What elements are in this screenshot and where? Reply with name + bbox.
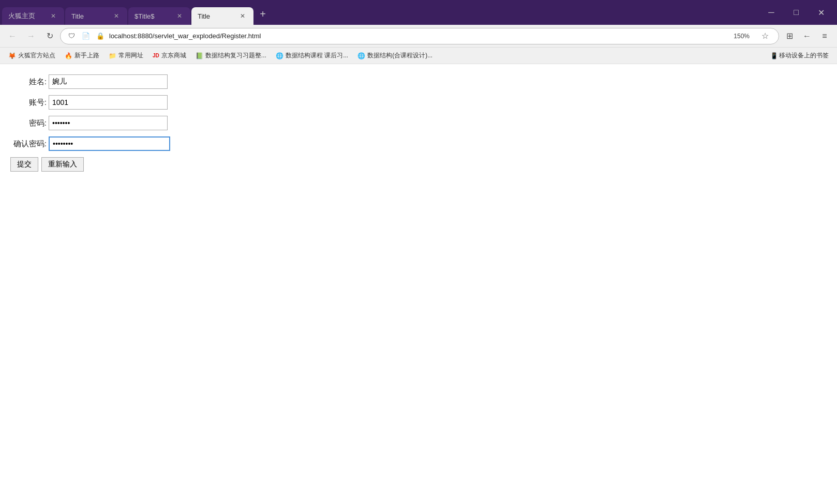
bookmark-icon-7: 🌐: [357, 52, 365, 59]
password-input[interactable]: [49, 116, 168, 130]
bookmark-icon-3: 📁: [109, 52, 116, 59]
bookmark-common-sites[interactable]: 📁 常用网址: [104, 50, 147, 62]
minimize-button[interactable]: ─: [759, 4, 783, 21]
tab-close-3[interactable]: ✕: [175, 11, 184, 21]
window-controls: ─ □ ✕: [755, 0, 837, 25]
bookmark-icon-6: 🌐: [276, 52, 283, 59]
name-row: 姓名:: [10, 74, 827, 89]
tab-label-2: Title: [71, 12, 109, 20]
navigation-bar: ← → ↻ 🛡 📄 🔒 150% ☆ ⊞ ← ≡: [0, 25, 837, 48]
close-button[interactable]: ✕: [809, 4, 833, 21]
shield-icon: 🛡: [66, 30, 77, 42]
address-bar-container[interactable]: 🛡 📄 🔒 150% ☆: [60, 28, 779, 44]
zoom-level[interactable]: 150%: [729, 32, 754, 41]
tab-close-4[interactable]: ✕: [238, 11, 247, 21]
password-row: 密码:: [10, 116, 827, 130]
title-bar: 火狐主页 ✕ Title ✕ $Title$ ✕ Title ✕ + ─: [0, 0, 837, 25]
submit-button[interactable]: 提交: [10, 157, 38, 172]
tab-label-3: $Title$: [134, 12, 172, 20]
bookmark-label-5: 数据结构复习习题整...: [205, 51, 266, 60]
bookmark-label-3: 常用网址: [118, 51, 143, 60]
bookmark-icon-4: JD: [153, 53, 159, 58]
tab-label-1: 火狐主页: [8, 11, 46, 21]
tab-firefox-home[interactable]: 火狐主页 ✕: [2, 7, 64, 25]
confirm-password-row: 确认密码:: [10, 136, 827, 151]
reset-button[interactable]: 重新输入: [41, 157, 84, 172]
page-content: 姓名: 账号: 密码: 确认密码: 提交 重新输入: [0, 64, 837, 504]
bookmark-jd[interactable]: JD 京东商城: [148, 50, 190, 62]
confirm-password-input[interactable]: [49, 136, 170, 151]
register-form: 姓名: 账号: 密码: 确认密码: 提交 重新输入: [10, 74, 827, 172]
bookmark-ds-review[interactable]: 📗 数据结构复习习题整...: [191, 50, 271, 62]
button-row: 提交 重新输入: [10, 157, 827, 172]
confirm-label: 确认密码:: [10, 139, 47, 149]
nav-right-icons: ⊞ ← ≡: [781, 28, 833, 44]
tab-title-2[interactable]: Title ✕: [65, 7, 127, 25]
bookmark-label-2: 新手上路: [74, 51, 99, 60]
new-tab-button[interactable]: +: [255, 6, 271, 22]
tab-title-active[interactable]: Title ✕: [191, 7, 253, 25]
document-icon: 📄: [80, 30, 92, 42]
back-button[interactable]: ←: [4, 28, 21, 44]
browser-window: 火狐主页 ✕ Title ✕ $Title$ ✕ Title ✕ + ─: [0, 0, 837, 504]
bookmarks-bar: 🦊 火狐官方站点 🔥 新手上路 📁 常用网址 JD 京东商城 📗 数据结构复习习…: [0, 48, 837, 64]
bookmark-label-6: 数据结构课程 课后习...: [286, 51, 348, 60]
tab-title-dollar[interactable]: $Title$ ✕: [128, 7, 190, 25]
account-input[interactable]: [49, 95, 168, 110]
bookmark-star-button[interactable]: ☆: [757, 28, 773, 44]
tabs-area: 火狐主页 ✕ Title ✕ $Title$ ✕ Title ✕ +: [0, 0, 755, 25]
lock-icon: 🔒: [95, 30, 106, 42]
tab-close-1[interactable]: ✕: [49, 11, 58, 21]
name-label: 姓名:: [10, 77, 47, 87]
bookmark-mobile[interactable]: 📱 移动设备上的书签: [766, 50, 833, 62]
address-input[interactable]: [109, 32, 726, 40]
forward-button[interactable]: →: [23, 28, 39, 44]
bookmark-icon-5: 📗: [196, 52, 203, 59]
bookmark-newbie[interactable]: 🔥 新手上路: [61, 50, 103, 62]
extensions-button[interactable]: ⊞: [781, 28, 798, 44]
bookmark-icon-1: 🦊: [8, 52, 16, 59]
bookmark-label-1: 火狐官方站点: [18, 51, 55, 60]
bookmark-label-4: 京东商城: [161, 51, 186, 60]
menu-button[interactable]: ≡: [816, 28, 833, 44]
bookmark-ds-design[interactable]: 🌐 数据结构(合课程设计)...: [353, 50, 437, 62]
bookmark-firefox-official[interactable]: 🦊 火狐官方站点: [4, 50, 59, 62]
bookmark-ds-course[interactable]: 🌐 数据结构课程 课后习...: [272, 50, 352, 62]
account-label: 账号:: [10, 98, 47, 108]
bookmark-label-7: 数据结构(合课程设计)...: [367, 51, 432, 60]
account-row: 账号:: [10, 95, 827, 110]
mobile-bookmarks-label: 移动设备上的书签: [779, 51, 829, 60]
password-label: 密码:: [10, 118, 47, 128]
name-input[interactable]: [49, 74, 168, 89]
maximize-button[interactable]: □: [784, 4, 808, 21]
history-back-button[interactable]: ←: [799, 28, 815, 44]
mobile-bookmarks-icon: 📱: [770, 52, 778, 59]
tab-close-2[interactable]: ✕: [112, 11, 121, 21]
bookmark-icon-2: 🔥: [65, 52, 72, 59]
tab-label-4: Title: [198, 12, 235, 20]
reload-button[interactable]: ↻: [41, 28, 58, 44]
